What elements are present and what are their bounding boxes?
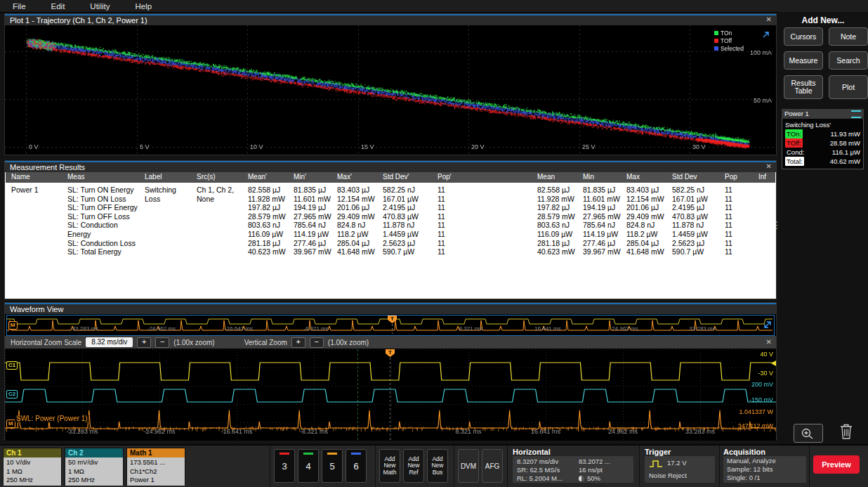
h-zoom-scale-value[interactable]: 8.32 ms/div [86, 337, 133, 347]
table-cell-value: 11.878 nJ [383, 221, 414, 229]
badge-setting-line: 250 MHz [6, 476, 61, 485]
horizontal-resolution: 16 ns/pt [579, 466, 603, 474]
table-cell-value: 11 [725, 230, 732, 238]
menu-item-help[interactable]: Help [135, 2, 152, 11]
ch1-waveform-marker[interactable]: C1 [6, 361, 18, 370]
table-cell-value: 83.403 µJ [337, 186, 369, 194]
waveform-overview[interactable]: -33.283 ms-24.962 ms-16.641 ms-8.321 ms8… [6, 315, 775, 336]
badge-setting-line: 250 MHz [68, 476, 123, 485]
zoom-close-button[interactable]: ✕ [766, 338, 772, 346]
plot-close-button[interactable]: ✕ [766, 15, 772, 24]
add-new-math-button[interactable]: AddNewMath [379, 449, 400, 483]
sidebar-button-plot[interactable]: Plot [829, 75, 868, 99]
math-waveform-marker[interactable]: M [6, 420, 15, 428]
table-cell-value: 1.4459 µW [383, 230, 419, 238]
badge-setting-line: 50 mV/div [68, 458, 123, 467]
zoom-time-label: -33.283 ms [66, 428, 98, 435]
add-new-ref-button[interactable]: AddNewRef [403, 449, 424, 483]
trigger-title: Trigger [645, 448, 671, 456]
power1-badge-name: Power 1 [784, 109, 809, 119]
result-key: TOn: [785, 129, 803, 138]
overview-zoom-handle-icon[interactable] [763, 320, 772, 332]
ch2-waveform-marker[interactable]: C2 [6, 390, 18, 398]
channel-4-button[interactable]: 4 [298, 449, 319, 483]
measurement-close-button[interactable]: ✕ [766, 162, 772, 171]
table-cell-value: 11 [438, 239, 445, 247]
add-new-line: Bus [433, 469, 443, 476]
menu-item-file[interactable]: File [13, 2, 26, 11]
channel-5-button[interactable]: 5 [322, 449, 343, 483]
table-cell-value: 11.601 mW [294, 195, 331, 203]
trash-icon[interactable] [839, 422, 854, 443]
channel-color-dash [280, 453, 289, 455]
v-zoom-out-button[interactable]: − [310, 337, 324, 348]
sidebar-button-note[interactable]: Note [829, 27, 868, 46]
column-header: Inf [758, 173, 766, 181]
scale-label: 40 V [760, 351, 773, 358]
result-value: 28.58 mW [830, 138, 860, 148]
x-tick-label: 25 V [582, 143, 596, 150]
overview-time-label: 24.962 ms [612, 325, 638, 332]
measurement-table-body[interactable]: Power 1SL: Turn ON EnergySL: Turn ON Los… [6, 183, 775, 288]
column-header: Std Dev' [383, 173, 409, 181]
add-new-bus-button[interactable]: AddNewBus [427, 449, 448, 483]
waveform-view-title[interactable]: Waveform View [5, 303, 776, 314]
table-cell-value: 39.967 mW [583, 247, 621, 256]
table-cell-value: 590.7 µW [383, 247, 414, 256]
badge-setting-line: 1 MΩ [68, 467, 123, 476]
table-cell-value: 41.648 mW [626, 247, 664, 256]
acquisition-sample: Sample: 12 bits [727, 465, 772, 473]
menu-item-utility[interactable]: Utility [90, 2, 110, 11]
footer-bar: Ch 1 10 V/div1 MΩ250 MHz Ch 2 50 mV/div1… [0, 444, 868, 487]
ch1-badge[interactable]: Ch 1 10 V/div1 MΩ250 MHz [3, 448, 62, 485]
sidebar-button-measure[interactable]: Measure [784, 51, 823, 70]
overview-math-marker[interactable]: M [8, 321, 18, 330]
add-new-line: Ref [409, 469, 418, 476]
h-zoom-in-button[interactable]: + [137, 337, 151, 348]
dvm-button[interactable]: DVM [458, 449, 479, 483]
table-cell-name: Power 1 [11, 186, 39, 194]
menu-item-edit[interactable]: Edit [51, 2, 65, 11]
add-new-title: Add New... [778, 15, 868, 25]
legend-label: Selected [721, 45, 744, 52]
zoom-tool-button[interactable] [794, 424, 823, 443]
x-tick-label: 30 V [692, 143, 706, 150]
table-cell-value: 824.8 nJ [626, 221, 655, 229]
legend-row-selected: Selected [714, 45, 744, 52]
badge-setting-line: 173.5561 ... [130, 458, 185, 467]
scale-label: -150 mV [749, 396, 773, 403]
afg-button[interactable]: AFG [482, 449, 503, 483]
table-cell-value: 114.19 µW [583, 230, 618, 238]
plot-panel: Plot 1 - Trajectory (Ch 1, Ch 2, Power 1… [4, 13, 777, 155]
sidebar-button-results-table[interactable]: Results Table [784, 75, 823, 99]
table-cell-value: 11 [725, 186, 732, 194]
trigger-level-arrow[interactable] [771, 361, 776, 366]
x-tick-label: 0 V [29, 143, 39, 150]
zoom-canvas[interactable] [5, 349, 776, 441]
trajectory-plot[interactable] [5, 25, 775, 155]
zoomed-waveform-area[interactable]: T C1 C2 M SWL: Power (Power 1) 40 V-30 V… [5, 349, 776, 441]
v-zoom-label: Vertical Zoom [244, 339, 287, 346]
horizontal-record-length: RL: 5.2004 M... [517, 474, 563, 482]
preview-button[interactable]: Preview [813, 455, 860, 474]
measurement-panel-title[interactable]: Measurement Results [5, 161, 776, 172]
sidebar-button-search[interactable]: Search [829, 51, 868, 70]
plot-panel-title[interactable]: Plot 1 - Trajectory (Ch 1, Ch 2, Power 1… [5, 14, 776, 25]
trigger-level: 17.2 V [667, 459, 686, 467]
power1-badge-header[interactable]: Power 1 [782, 109, 864, 119]
h-zoom-out-button[interactable]: − [155, 337, 169, 348]
channel-3-button[interactable]: 3 [274, 449, 295, 483]
ch2-badge[interactable]: Ch 2 50 mV/div1 MΩ250 MHz [65, 448, 124, 485]
plot-expand-icon[interactable] [761, 30, 770, 42]
table-cell-value: 785.64 nJ [294, 221, 326, 229]
sidebar-button-cursors[interactable]: Cursors [784, 27, 823, 46]
table-cell-value: 40.623 mW [537, 247, 575, 256]
table-cell-meas: Energy [67, 230, 91, 238]
v-zoom-in-button[interactable]: + [291, 337, 305, 348]
table-cell-value: 285.04 µJ [337, 239, 369, 247]
channel-6-button[interactable]: 6 [346, 449, 367, 483]
table-cell-value: 81.835 µJ [583, 186, 615, 194]
table-cell-value: 277.46 µJ [294, 239, 326, 247]
math1-badge[interactable]: Math 1 173.5561 ...Ch1*Ch2Power 1 [126, 448, 185, 485]
power1-result-badge[interactable]: Power 1 Switching Loss' TOn:11.93 mWTOff… [782, 109, 864, 169]
